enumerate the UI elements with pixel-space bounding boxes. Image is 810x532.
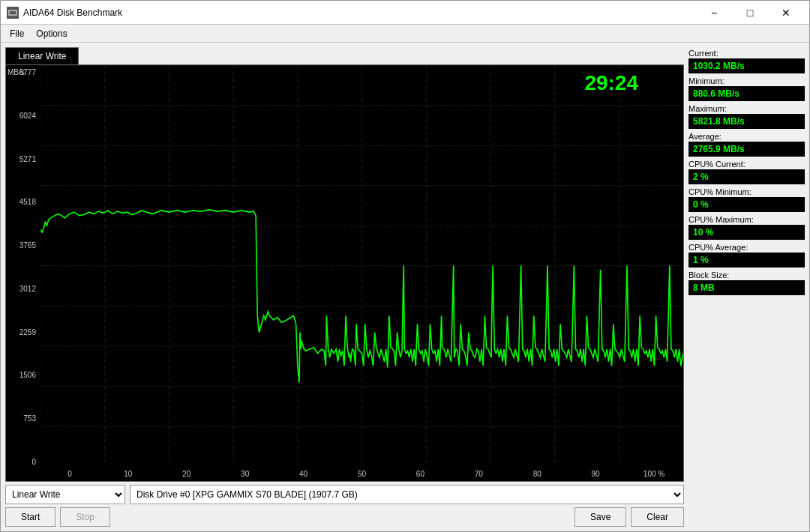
cpu-maximum-label: CPU% Maximum: bbox=[688, 215, 805, 224]
average-value: 2765.9 MB/s bbox=[688, 142, 805, 157]
chart-area: MB/s 6777 6024 5271 4518 3765 3012 2259 … bbox=[5, 64, 684, 482]
save-button[interactable]: Save bbox=[574, 507, 626, 527]
maximize-button[interactable]: □ bbox=[733, 1, 767, 24]
stat-current: Current: 1030.2 MB/s bbox=[688, 49, 805, 73]
cpu-average-label: CPU% Average: bbox=[688, 243, 805, 252]
current-label: Current: bbox=[688, 49, 805, 58]
window-title: AIDA64 Disk Benchmark bbox=[23, 7, 697, 18]
x-label-0: 0 bbox=[40, 470, 99, 478]
stat-minimum: Minimum: 880.6 MB/s bbox=[688, 76, 805, 101]
y-label-0: 0 bbox=[8, 458, 39, 466]
title-bar: AIDA64 Disk Benchmark − □ ✕ bbox=[1, 1, 809, 25]
x-labels: 0 10 20 30 40 50 60 70 80 90 100 % bbox=[40, 466, 683, 481]
cpu-minimum-label: CPU% Minimum: bbox=[688, 187, 805, 196]
cpu-maximum-value: 10 % bbox=[688, 225, 805, 240]
block-size-value: 8 MB bbox=[688, 280, 805, 295]
average-label: Average: bbox=[688, 132, 805, 141]
x-label-80: 80 bbox=[508, 470, 566, 478]
cpu-current-value: 2 % bbox=[688, 169, 805, 184]
y-label-753: 753 bbox=[8, 414, 39, 423]
tab-bar: Linear Write bbox=[5, 47, 684, 64]
stat-cpu-average: CPU% Average: 1 % bbox=[688, 243, 805, 267]
x-label-70: 70 bbox=[449, 470, 508, 478]
maximum-label: Maximum: bbox=[688, 104, 805, 113]
x-label-20: 20 bbox=[158, 470, 216, 478]
stat-maximum: Maximum: 5821.8 MB/s bbox=[688, 104, 805, 129]
y-label-2259: 2259 bbox=[8, 328, 39, 336]
x-label-50: 50 bbox=[333, 470, 392, 478]
window-controls: − □ ✕ bbox=[697, 1, 803, 24]
chart-svg bbox=[40, 65, 683, 466]
stat-block-size: Block Size: 8 MB bbox=[688, 270, 805, 295]
menu-options[interactable]: Options bbox=[30, 27, 73, 40]
start-button[interactable]: Start bbox=[5, 507, 56, 527]
stop-button[interactable]: Stop bbox=[60, 507, 110, 527]
x-label-30: 30 bbox=[216, 470, 274, 478]
x-label-90: 90 bbox=[566, 470, 625, 478]
x-label-100: 100 % bbox=[625, 470, 683, 478]
x-label-60: 60 bbox=[391, 470, 449, 478]
chart-plot bbox=[40, 65, 683, 466]
x-label-40: 40 bbox=[274, 470, 333, 478]
main-window: AIDA64 Disk Benchmark − □ ✕ File Options… bbox=[0, 0, 810, 532]
y-label-5271: 5271 bbox=[8, 155, 39, 163]
content-area: Linear Write MB/s 6777 6024 5271 4518 37… bbox=[1, 43, 809, 531]
clear-button[interactable]: Clear bbox=[631, 507, 684, 527]
y-label-4518: 4518 bbox=[8, 198, 39, 206]
cpu-current-label: CPU% Current: bbox=[688, 160, 805, 169]
timer-display: 29:24 bbox=[584, 71, 638, 95]
current-value: 1030.2 MB/s bbox=[688, 58, 805, 73]
stat-average: Average: 2765.9 MB/s bbox=[688, 132, 805, 157]
app-icon bbox=[7, 7, 19, 19]
x-label-10: 10 bbox=[99, 470, 158, 478]
svg-rect-2 bbox=[10, 11, 16, 14]
menu-bar: File Options bbox=[1, 25, 809, 43]
y-label-6024: 6024 bbox=[8, 112, 39, 120]
stat-cpu-minimum: CPU% Minimum: 0 % bbox=[688, 187, 805, 212]
cpu-average-value: 1 % bbox=[688, 253, 805, 267]
test-type-dropdown[interactable]: Linear Write bbox=[5, 485, 125, 504]
menu-file[interactable]: File bbox=[4, 27, 30, 40]
stat-cpu-maximum: CPU% Maximum: 10 % bbox=[688, 215, 805, 240]
stat-cpu-current: CPU% Current: 2 % bbox=[688, 160, 805, 184]
y-label-6777: 6777 bbox=[8, 68, 39, 76]
cpu-minimum-value: 0 % bbox=[688, 197, 805, 212]
y-label-3765: 3765 bbox=[8, 241, 39, 250]
right-panel: Current: 1030.2 MB/s Minimum: 880.6 MB/s… bbox=[688, 47, 805, 527]
close-button[interactable]: ✕ bbox=[769, 1, 803, 24]
minimum-label: Minimum: bbox=[688, 76, 805, 85]
y-label-3012: 3012 bbox=[8, 285, 39, 293]
y-label-1506: 1506 bbox=[8, 371, 39, 379]
minimum-value: 880.6 MB/s bbox=[688, 86, 805, 101]
block-size-label: Block Size: bbox=[688, 270, 805, 279]
maximum-value: 5821.8 MB/s bbox=[688, 114, 805, 129]
minimize-button[interactable]: − bbox=[697, 1, 731, 24]
disk-dropdown[interactable]: Disk Drive #0 [XPG GAMMIX S70 BLADE] (19… bbox=[130, 485, 684, 504]
y-labels: 6777 6024 5271 4518 3765 3012 2259 1506 … bbox=[6, 65, 40, 481]
left-panel: Linear Write MB/s 6777 6024 5271 4518 37… bbox=[5, 47, 684, 527]
tab-linear-write[interactable]: Linear Write bbox=[5, 47, 79, 64]
